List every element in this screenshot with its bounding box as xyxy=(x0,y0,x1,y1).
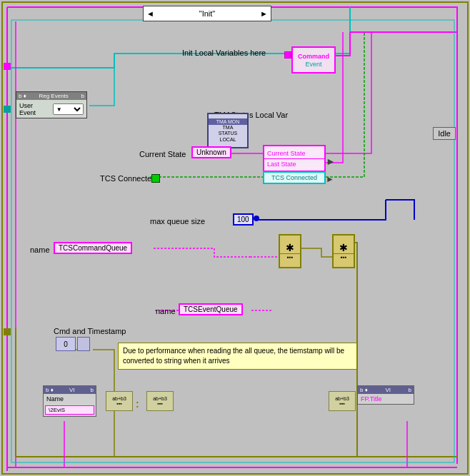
reg-events-title: Reg Events xyxy=(39,93,68,99)
user-event-dropdown[interactable]: ▼ xyxy=(53,103,84,115)
current-state-label-left: Current State xyxy=(139,150,186,158)
tcs-event-queue-value: TCSEventQueue xyxy=(179,303,243,315)
left-terminal-2 xyxy=(4,106,11,113)
queue-block-1: ✱ ▪▪▪ xyxy=(279,234,301,268)
ab-block-1: ab+b3 ▪▪▪ xyxy=(106,391,133,411)
name-tcs-command-label: name xyxy=(30,245,50,254)
current-last-state-box: Current State Last State xyxy=(263,145,326,172)
init-dropdown[interactable]: ◄ "Init" ► xyxy=(143,6,271,21)
init-right-arrow: ► xyxy=(260,9,268,18)
tma-title: TMA MON xyxy=(209,118,247,125)
tcs-connected-box-label: TCS Connected xyxy=(271,174,317,181)
tma-content: TMA STATUS LOCAL xyxy=(219,125,238,143)
tcs-arrow: ► xyxy=(326,174,334,184)
left-terminal-1 xyxy=(4,63,11,70)
vi-block-right: b ♦ VI b FP.Title xyxy=(357,385,414,405)
init-label: "Init" xyxy=(199,9,215,18)
note-box: Due to performance when reading the all … xyxy=(118,343,357,370)
tcs-connected-indicator xyxy=(151,174,160,183)
colon-label: : xyxy=(136,398,139,410)
arrow-right: ► xyxy=(326,156,336,167)
canvas: ◄ "Init" ► Init Local Variables here Com… xyxy=(0,0,470,476)
reg-events-titlebar: b ♦ Reg Events b xyxy=(16,92,86,100)
max-queue-size-label: max queue size xyxy=(150,217,205,226)
max-queue-value: 100 xyxy=(233,213,254,226)
command-label: Command xyxy=(298,53,329,60)
idle-box: Idle xyxy=(433,127,456,140)
note-text: Due to performance when reading the all … xyxy=(123,347,344,365)
name-tcs-event-label: name xyxy=(156,307,176,315)
cmd-timestamp-label: Cmd and Timestamp xyxy=(54,327,126,335)
vi-title-left: b ♦ VI b xyxy=(44,386,96,394)
reg-events-content: User Event ▼ xyxy=(16,100,86,118)
last-state-wire-label: Last State xyxy=(264,159,324,169)
command-terminal xyxy=(284,51,291,59)
tcs-connected-box: TCS Connected xyxy=(263,171,326,184)
zero-value: 0 xyxy=(56,337,76,351)
command-event-box: Command Event xyxy=(291,46,336,74)
ab-block-2: ab+b3 ▪▪▪ xyxy=(146,391,174,411)
blue-dot xyxy=(254,216,259,221)
current-state-wire-label: Current State xyxy=(264,148,324,159)
left-terminal-3 xyxy=(4,328,11,335)
fp-title-label: FP.Title xyxy=(358,394,414,404)
current-state-value: Unknown xyxy=(191,146,231,158)
timestamp-box xyxy=(77,337,90,351)
tcs-connected-label: TCS Connected xyxy=(100,174,156,183)
reg-events-block: b ♦ Reg Events b User Event ▼ xyxy=(16,91,87,118)
user-event-label: User Event xyxy=(19,102,50,116)
tcs-command-queue-value: TCSCommandQueue xyxy=(54,242,132,254)
ev2-label: \2EviS xyxy=(45,405,94,415)
ab-block-3: ab+b3 ▪▪▪ xyxy=(329,391,356,411)
vi-title-right: b ♦ VI b xyxy=(358,386,414,394)
vi-block-left: b ♦ VI b Name \2EviS xyxy=(43,385,96,417)
init-left-arrow: ◄ xyxy=(146,9,154,18)
event-label: Event xyxy=(305,61,321,68)
reg-b-right: b xyxy=(81,93,84,99)
tma-block: TMA MON TMA STATUS LOCAL xyxy=(207,113,249,148)
vi-name-label: Name xyxy=(44,394,96,404)
reg-b-left: b ♦ xyxy=(19,93,26,99)
queue-block-2: ✱ ▪▪▪ xyxy=(332,234,355,268)
init-local-vars-label: Init Local Variables here xyxy=(182,49,266,57)
